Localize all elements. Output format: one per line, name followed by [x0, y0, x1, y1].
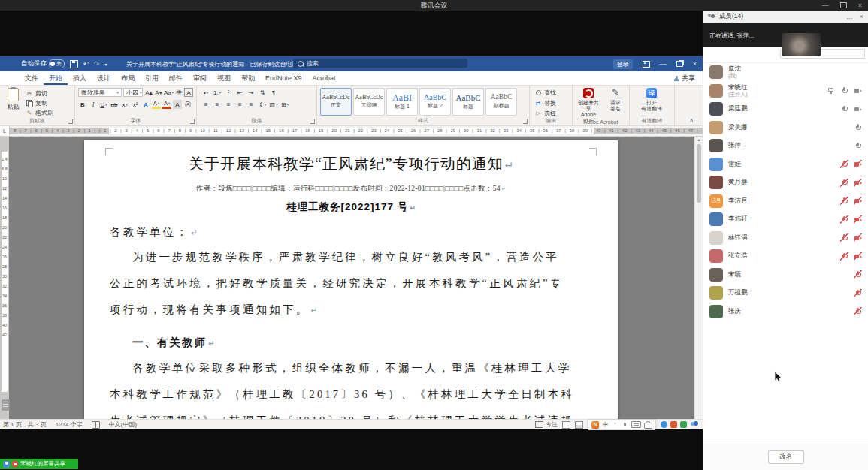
- member-row[interactable]: 梁廷鹏: [703, 100, 868, 119]
- collapse-ribbon-icon[interactable]: ∧: [689, 117, 694, 124]
- style-card[interactable]: AaBbC标题 2: [419, 88, 451, 116]
- line-spacing-button[interactable]: ⇕: [258, 100, 267, 109]
- show-marks-button[interactable]: ¶: [269, 88, 278, 97]
- word-close-button[interactable]: ×: [693, 60, 697, 68]
- create-and-share-pdf-button[interactable]: 创建并共享Adobe PDF: [576, 87, 601, 124]
- align-right-button[interactable]: ≡: [224, 100, 233, 109]
- scrollbar-thumb[interactable]: [697, 144, 701, 203]
- style-card[interactable]: AaBbC副标题: [485, 88, 517, 116]
- search-box[interactable]: 搜索: [293, 59, 467, 68]
- word-minimize-button[interactable]: —: [660, 60, 667, 68]
- app-icon-blue[interactable]: [661, 421, 667, 428]
- word-tab[interactable]: 文件: [20, 71, 44, 85]
- decrease-indent-button[interactable]: ⇤: [235, 88, 244, 97]
- grow-font-button[interactable]: A▴: [144, 88, 153, 97]
- sort-button[interactable]: ⇅: [258, 88, 267, 97]
- find-button[interactable]: 查找: [534, 88, 556, 97]
- superscript-button[interactable]: x²: [131, 100, 140, 109]
- paste-button[interactable]: 粘贴: [4, 88, 23, 111]
- font-color-button[interactable]: A: [162, 100, 171, 109]
- font-dialog-launcher-icon[interactable]: [190, 119, 195, 124]
- member-row[interactable]: 宋晓红 (主持人): [703, 82, 868, 101]
- word-tab[interactable]: EndNote X9: [260, 71, 307, 85]
- save-icon[interactable]: [70, 60, 78, 68]
- word-tab[interactable]: Acrobat: [307, 71, 341, 85]
- app-icon-green[interactable]: [680, 421, 687, 428]
- member-row[interactable]: 万祖鹏: [703, 284, 868, 303]
- meeting-minimize-button[interactable]: —: [822, 2, 829, 9]
- highlight-button[interactable]: A: [152, 100, 161, 109]
- ime-toolbox-icon[interactable]: [644, 423, 652, 429]
- member-row[interactable]: 梁美娜: [703, 119, 868, 137]
- share-button[interactable]: 共享: [673, 71, 695, 86]
- stop-share-icon[interactable]: [12, 461, 18, 467]
- language-indicator[interactable]: 中文(中国): [109, 420, 137, 429]
- borders-button[interactable]: ⊞: [280, 100, 289, 109]
- shrink-font-button[interactable]: A▾: [154, 88, 163, 97]
- members-shortcut-icon[interactable]: [690, 421, 700, 428]
- character-shading-button[interactable]: A: [173, 100, 182, 109]
- redo-button[interactable]: ↷: [94, 60, 100, 68]
- document-page[interactable]: 关于开展本科教学“正风肃纪”专项行动的通知↵ 作者：段炼□□□□|□□□□编辑：…: [84, 140, 618, 419]
- italic-button[interactable]: I: [89, 100, 98, 109]
- overlay-widget-icon[interactable]: [2, 399, 10, 411]
- meeting-close-button[interactable]: ×: [858, 2, 862, 9]
- style-card[interactable]: AaBbC标题: [452, 88, 484, 116]
- sogou-ime-icon[interactable]: S: [591, 421, 599, 429]
- print-layout-icon[interactable]: [575, 421, 583, 429]
- read-mode-icon[interactable]: [562, 421, 570, 429]
- multilevel-list-button[interactable]: ⋮: [224, 88, 233, 97]
- open-youdao-translate-button[interactable]: 打开有道翻译: [633, 87, 670, 112]
- focus-mode-button[interactable]: 专注: [535, 420, 558, 429]
- distribute-button[interactable]: ≡: [246, 100, 256, 109]
- word-tab[interactable]: 帮助: [236, 71, 260, 85]
- login-button[interactable]: 登录: [613, 59, 633, 69]
- qat-customize-icon[interactable]: ▾: [105, 62, 107, 67]
- member-row[interactable]: 雷娃: [703, 155, 868, 174]
- word-tab[interactable]: 设计: [92, 71, 116, 85]
- vertical-ruler[interactable]: 2 4 6 8 10 12 14 16 18 20 22 24 26 28 30…: [0, 137, 9, 419]
- ime-keyboard-icon[interactable]: [631, 421, 641, 428]
- paragraph-dialog-launcher-icon[interactable]: [310, 119, 315, 124]
- request-signatures-button[interactable]: 请求签名: [603, 87, 628, 124]
- member-row[interactable]: 张萍: [703, 137, 868, 155]
- word-tab[interactable]: 插入: [68, 71, 92, 85]
- document-scrollbar[interactable]: ▲: [694, 137, 703, 419]
- word-tab[interactable]: 开始: [44, 71, 68, 85]
- page-indicator[interactable]: 第 1 页，共 3 页: [3, 420, 47, 429]
- clipboard-dialog-launcher-icon[interactable]: [68, 119, 73, 124]
- member-row[interactable]: 张庆: [703, 303, 868, 321]
- member-row[interactable]: 林钰涓: [703, 229, 868, 248]
- word-tab[interactable]: 邮件: [164, 71, 188, 85]
- font-name-select[interactable]: 微软雅黑: [78, 88, 122, 97]
- change-case-button[interactable]: Aa: [164, 88, 174, 97]
- autosave-toggle[interactable]: 自动保存 关: [21, 59, 65, 68]
- panel-close-icon[interactable]: ×: [860, 13, 863, 20]
- bold-button[interactable]: B: [78, 100, 87, 109]
- copy-button[interactable]: 复制: [26, 98, 53, 107]
- style-card[interactable]: AaBbCcDc无间隔: [353, 88, 385, 116]
- ime-punctuation-icon[interactable]: ’: [612, 421, 618, 429]
- member-row[interactable]: 黄月群: [703, 173, 868, 192]
- style-card[interactable]: AaBI标题 1: [386, 88, 418, 116]
- word-count-indicator[interactable]: 1214 个字: [56, 420, 83, 429]
- word-restore-button[interactable]: [676, 61, 683, 67]
- text-effects-button[interactable]: A: [141, 100, 150, 109]
- justify-button[interactable]: ≡: [235, 100, 244, 109]
- member-row[interactable]: 洁月 李洁月: [703, 192, 868, 211]
- panel-more-icon[interactable]: …: [846, 13, 853, 20]
- align-left-button[interactable]: ≡: [201, 100, 210, 109]
- align-center-button[interactable]: ≡: [213, 100, 222, 109]
- horizontal-ruler[interactable]: L 8 | 7 | 6 | 5 | 4 | 3 | 2 | 1 | | 1 | …: [0, 126, 703, 137]
- shading-button[interactable]: ▨: [269, 100, 278, 109]
- styles-dialog-launcher-icon[interactable]: [523, 119, 528, 124]
- speaker-video-thumbnail[interactable]: [782, 33, 821, 56]
- scroll-up-icon[interactable]: ▲: [695, 137, 703, 142]
- proofing-icon[interactable]: [92, 421, 100, 429]
- font-size-select[interactable]: 小四: [123, 88, 143, 97]
- member-row[interactable]: 庞沈 (我): [703, 63, 868, 82]
- member-row[interactable]: 张立浩: [703, 247, 868, 266]
- word-tab[interactable]: 审阅: [188, 71, 212, 85]
- phonetic-guide-button[interactable]: 拼: [174, 88, 183, 97]
- strikethrough-button[interactable]: ab: [110, 100, 119, 109]
